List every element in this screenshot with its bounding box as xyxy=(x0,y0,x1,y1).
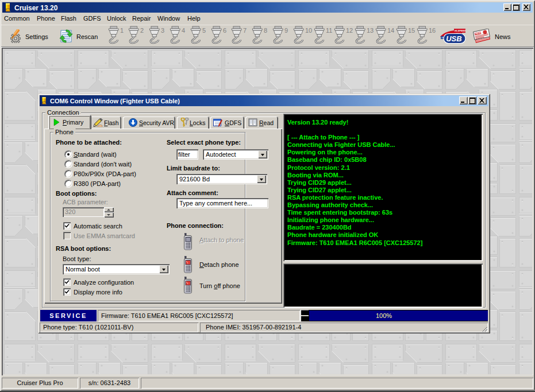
svg-text:USB: USB xyxy=(446,34,461,43)
svg-text:HI-SPEED: HI-SPEED xyxy=(455,29,465,32)
